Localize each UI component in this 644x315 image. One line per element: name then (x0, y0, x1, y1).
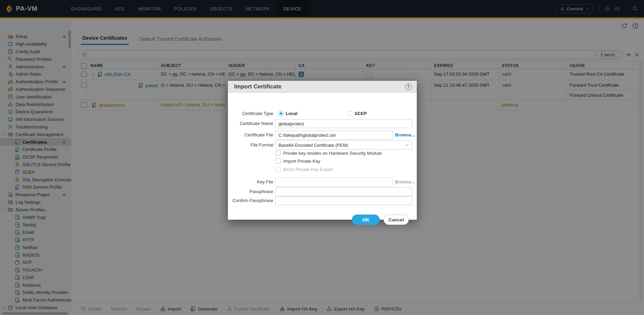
certificate-type-local-label: Local (286, 111, 297, 117)
import-private-key-checkbox[interactable] (276, 159, 281, 164)
key-file-row: Key File Browse... (228, 178, 417, 187)
block-private-key-export-checkbox (276, 167, 281, 172)
modal-checkbox-row-private-key-resides-on-hardware-security-module: Private key resides on Hardware Security… (228, 151, 417, 157)
certificate-type-local-radio[interactable] (278, 111, 284, 116)
dialog-title: Import Certificate (234, 83, 282, 90)
dialog-header: Import Certificate ? (228, 81, 417, 93)
certificate-type-row: Certificate Type Local SCEP (228, 111, 417, 117)
dialog-footer: OK Cancel (228, 214, 417, 225)
confirm-passphrase-input[interactable] (275, 196, 412, 205)
pa-vm-app: PA-VM DASHBOARDACCMONITORPOLICIESOBJECTS… (0, 0, 644, 315)
certificate-type-scep-radio[interactable] (347, 111, 352, 116)
cancel-button[interactable]: Cancel (384, 214, 409, 225)
checkbox-label: Private key resides on Hardware Security… (283, 151, 382, 156)
checkbox-label: Block Private Key Export (283, 167, 333, 172)
modal-checkbox-row-block-private-key-export: Block Private Key Export (228, 167, 417, 173)
file-format-value: Base64 Encoded Certificate (PEM) (278, 143, 348, 148)
certificate-file-input[interactable] (275, 131, 393, 140)
certificate-type-label: Certificate Type (228, 111, 273, 117)
import-certificate-dialog: Import Certificate ? Certificate Type Lo… (228, 81, 417, 220)
certificate-file-label: Certificate File (228, 131, 273, 140)
help-icon[interactable]: ? (405, 83, 412, 90)
file-format-select[interactable]: Base64 Encoded Certificate (PEM) (275, 141, 412, 150)
chevron-down-icon (405, 143, 409, 147)
passphrase-input[interactable] (275, 187, 412, 196)
certificate-name-row: Certificate Name (228, 119, 417, 128)
key-file-input[interactable] (275, 178, 393, 187)
confirm-passphrase-label: Confirm Passphrase (228, 196, 273, 205)
ok-button[interactable]: OK (352, 214, 380, 225)
confirm-passphrase-row: Confirm Passphrase (228, 196, 417, 205)
dialog-body: Certificate Type Local SCEP Certificate … (228, 93, 417, 220)
certificate-name-label: Certificate Name (228, 119, 273, 128)
file-format-row: File Format Base64 Encoded Certificate (… (228, 141, 417, 150)
private-key-resides-on-hardware-security-module-checkbox[interactable] (276, 151, 281, 156)
passphrase-row: Passphrase (228, 187, 417, 196)
checkbox-label: Import Private Key (283, 159, 320, 164)
certificate-file-row: Certificate File Browse... (228, 131, 417, 140)
modal-checkbox-row-import-private-key: Import Private Key (228, 159, 417, 165)
certificate-type-scep-label: SCEP (355, 111, 367, 117)
passphrase-label: Passphrase (228, 187, 273, 196)
key-file-browse-link: Browse... (395, 178, 415, 187)
certificate-file-browse-link[interactable]: Browse... (395, 131, 415, 140)
file-format-label: File Format (228, 141, 273, 150)
key-file-label: Key File (228, 178, 273, 187)
certificate-name-input[interactable] (275, 119, 412, 128)
